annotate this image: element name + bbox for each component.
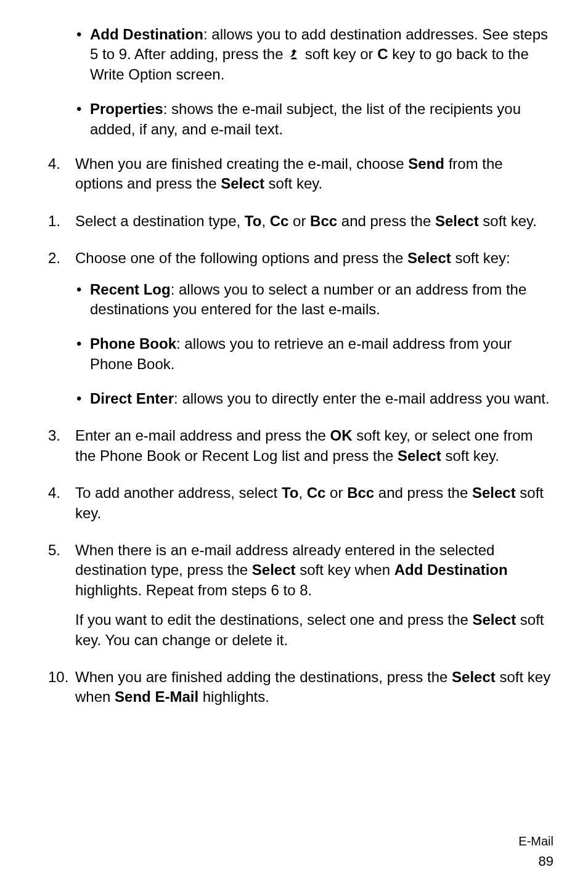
bullet-title: Properties — [90, 100, 163, 117]
bullet-add-destination: Add Destination: allows you to add desti… — [75, 25, 553, 84]
bullet-properties: Properties: shows the e-mail subject, th… — [75, 99, 553, 139]
bullet-title: Recent Log — [90, 281, 171, 298]
kw-ok: OK — [330, 427, 353, 444]
step-text: soft key. — [441, 447, 499, 464]
kw-send: Send — [408, 155, 444, 172]
kw-select: Select — [452, 669, 496, 685]
step-text: or — [325, 484, 347, 501]
step-text: highlights. Repeat from steps 6 to 8. — [75, 582, 312, 598]
bullet-title: Phone Book — [90, 335, 176, 352]
step-text: and press the — [337, 213, 435, 229]
step-text: Enter an e-mail address and press the — [75, 427, 330, 444]
bullet-title: Direct Enter — [90, 390, 174, 407]
step-text: soft key when — [296, 561, 394, 578]
step-text: If you want to edit the destinations, se… — [75, 611, 472, 628]
step-text: , — [261, 213, 269, 229]
step-10: When you are finished adding the destina… — [48, 667, 553, 707]
document-page: Add Destination: allows you to add desti… — [0, 0, 588, 883]
kw-bcc: Bcc — [310, 213, 337, 229]
bullet-text: soft key or — [301, 46, 377, 62]
kw-select: Select — [221, 175, 264, 192]
kw-select: Select — [435, 213, 479, 229]
kw-bcc: Bcc — [347, 484, 374, 501]
step-6-sublist: Recent Log: allows you to select a numbe… — [75, 280, 553, 409]
bullet-phone-book: Phone Book: allows you to retrieve an e-… — [75, 334, 553, 374]
footer-page-number: 89 — [518, 853, 553, 869]
step-text: soft key: — [451, 250, 510, 266]
step-text: soft key. — [479, 213, 537, 229]
key-c: C — [377, 46, 388, 62]
top-bullet-list: Add Destination: allows you to add desti… — [75, 25, 553, 139]
kw-send-email: Send E-Mail — [115, 688, 198, 705]
step-text: When you are finished creating the e-mai… — [75, 155, 408, 172]
step-text: and press the — [374, 484, 472, 501]
step-4: When you are finished creating the e-mai… — [48, 154, 553, 194]
page-content: Add Destination: allows you to add desti… — [48, 25, 553, 707]
step-text: Choose one of the following options and … — [75, 250, 407, 266]
kw-select: Select — [398, 447, 441, 464]
bullet-direct-enter: Direct Enter: allows you to directly ent… — [75, 389, 553, 409]
step-9-followup: If you want to edit the destinations, se… — [75, 610, 553, 650]
step-text: highlights. — [198, 688, 269, 705]
kw-cc: Cc — [307, 484, 326, 501]
bullet-text: : allows you to directly enter the e-mai… — [174, 390, 550, 407]
kw-cc: Cc — [270, 213, 289, 229]
kw-to: To — [245, 213, 262, 229]
footer-section: E-Mail — [518, 834, 553, 848]
bullet-title: Add Destination — [90, 26, 203, 43]
kw-add-destination: Add Destination — [394, 561, 508, 578]
step-6: Choose one of the following options and … — [48, 248, 553, 409]
kw-to: To — [282, 484, 299, 501]
step-text: or — [288, 213, 310, 229]
step-7: Enter an e-mail address and press the OK… — [48, 426, 553, 466]
step-text: To add another address, select — [75, 484, 282, 501]
bullet-recent-log: Recent Log: allows you to select a numbe… — [75, 280, 553, 320]
step-text: , — [298, 484, 306, 501]
numbered-steps: When you are finished creating the e-mai… — [48, 154, 553, 707]
step-8: To add another address, select To, Cc or… — [48, 483, 553, 523]
kw-select: Select — [472, 611, 516, 628]
step-text: Select a destination type, — [75, 213, 245, 229]
step-5: Select a destination type, To, Cc or Bcc… — [48, 211, 553, 231]
back-recycle-icon — [287, 47, 301, 61]
step-9: When there is an e-mail address already … — [48, 540, 553, 650]
kw-select: Select — [472, 484, 516, 501]
step-text: soft key. — [264, 175, 322, 192]
kw-select: Select — [407, 250, 451, 266]
kw-select: Select — [252, 561, 296, 578]
step-text: When you are finished adding the destina… — [75, 669, 452, 685]
page-footer: E-Mail 89 — [518, 834, 553, 869]
